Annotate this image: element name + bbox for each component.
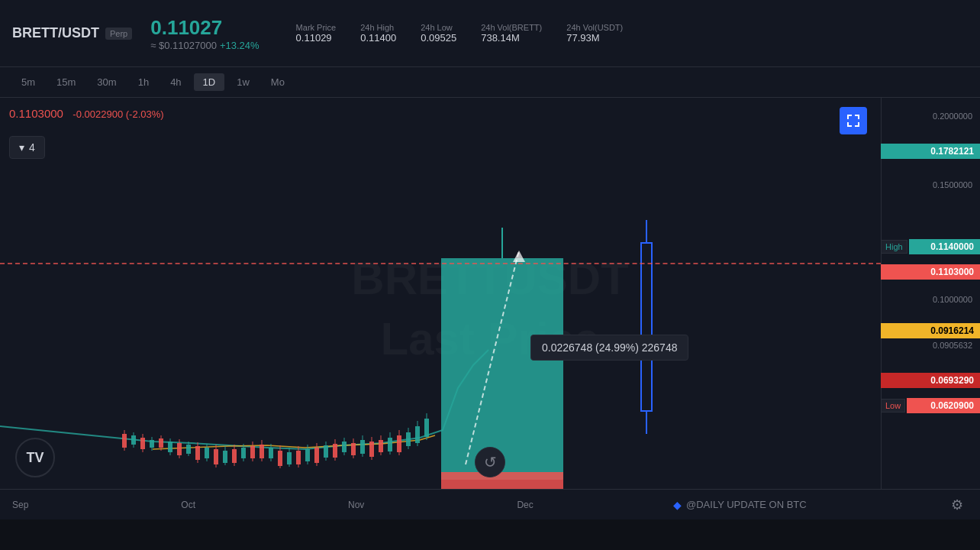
header: BRETT/USDT Perp 0.11027 ≈ $0.11027000 +1… (0, 0, 980, 67)
chart-price-display: 0.1103000 (9, 107, 63, 120)
chevron-down-icon: ▾ (19, 141, 24, 154)
price-badge-red: 0.1103000 (881, 264, 980, 280)
svg-marker-79 (513, 251, 525, 262)
low-tag: Low (881, 399, 905, 412)
svg-rect-3 (858, 115, 859, 119)
low-24h-label: 24h Low (421, 23, 456, 32)
high-24h-value: 0.11400 (360, 32, 396, 44)
price-badge-yellow: 0.0916214 (881, 323, 980, 338)
daily-update: ◆ @DAILY UPDATE ON BTC (673, 499, 807, 511)
perp-badge: Perp (105, 28, 132, 40)
svg-rect-76 (441, 258, 563, 480)
dropdown-button[interactable]: ▾ 4 (9, 136, 45, 159)
diamond-icon: ◆ (673, 499, 682, 511)
price-line-dashed (0, 263, 881, 264)
mark-price-label: Mark Price (296, 23, 337, 32)
high-24h-stat: 24h High 0.11400 (360, 23, 396, 44)
price-level-0.20: 0.2000000 (933, 112, 977, 121)
vol-usdt-stat: 24h Vol(USDT) 77.93M (566, 23, 623, 44)
tf-mo[interactable]: Mo (262, 73, 294, 91)
svg-rect-5 (847, 122, 849, 127)
time-oct: Oct (181, 500, 195, 510)
pair-name: BRETT/USDT (12, 25, 99, 41)
low-24h-value: 0.09525 (421, 32, 456, 44)
high-value: 0.1140000 (909, 239, 980, 254)
tv-icon: TV (26, 450, 44, 466)
time-labels: Sep Oct Nov Dec (12, 500, 534, 510)
trading-pair: BRETT/USDT Perp (12, 25, 132, 41)
timeframe-bar: 5m 15m 30m 1h 4h 1D 1w Mo (0, 67, 980, 98)
time-sep: Sep (12, 500, 28, 510)
vol-usdt-value: 77.93M (566, 32, 623, 44)
chart-tooltip: 0.0226748 (24.99%) 226748 (530, 335, 688, 361)
time-dec: Dec (517, 500, 533, 510)
vol-brett-label: 24h Vol(BRETT) (481, 23, 542, 32)
high-price-row: High 0.1140000 (881, 239, 980, 254)
reset-icon: ↺ (484, 453, 497, 471)
mark-price-value: 0.11029 (296, 32, 337, 44)
dropdown-value: 4 (29, 141, 35, 154)
expand-button[interactable] (840, 107, 867, 134)
tf-30m[interactable]: 30m (88, 73, 125, 91)
tf-1d[interactable]: 1D (194, 73, 225, 91)
bottom-bar: Sep Oct Nov Dec ◆ @DAILY UPDATE ON BTC ⚙ (0, 489, 980, 519)
high-24h-label: 24h High (360, 23, 396, 32)
tradingview-logo: TV (15, 438, 55, 477)
price-level-0.15: 0.1500000 (933, 180, 977, 189)
vol-brett-stat: 24h Vol(BRETT) 738.14M (481, 23, 542, 44)
price-axis: 0.2000000 0.1782121 0.1500000 High 0.114… (881, 98, 980, 519)
svg-rect-82 (641, 243, 652, 411)
low-value: 0.0620900 (907, 398, 980, 413)
settings-icon: ⚙ (951, 497, 963, 513)
tf-1h[interactable]: 1h (129, 73, 158, 91)
vol-usdt-label: 24h Vol(USDT) (566, 23, 623, 32)
svg-rect-7 (858, 122, 859, 127)
high-tag: High (881, 240, 907, 254)
low-price-row: Low 0.0620900 (881, 398, 980, 413)
stats-bar: Mark Price 0.11029 24h High 0.11400 24h … (296, 23, 624, 44)
price-section: 0.11027 ≈ $0.11027000 +13.24% (150, 16, 259, 51)
tf-1w[interactable]: 1w (227, 73, 259, 91)
tf-4h[interactable]: 4h (161, 73, 190, 91)
chart-price-change-display: -0.0022900 (-2.03%) (73, 108, 163, 120)
chart-price-info: 0.1103000 -0.0022900 (-2.03%) (9, 107, 164, 121)
price-change: +13.24% (220, 40, 260, 51)
current-price: 0.11027 (150, 16, 259, 40)
mark-price-stat: Mark Price 0.11029 (296, 23, 337, 44)
reset-button[interactable]: ↺ (475, 447, 505, 477)
expand-icon (846, 113, 861, 128)
price-usd: ≈ $0.11027000 (150, 40, 217, 51)
svg-rect-1 (847, 115, 849, 119)
tf-15m[interactable]: 15m (47, 73, 85, 91)
price-level-0.0905: 0.0905632 (933, 341, 977, 350)
settings-button[interactable]: ⚙ (946, 494, 968, 516)
tooltip-text: 0.0226748 (24.99%) 226748 (542, 341, 677, 354)
chart-svg (0, 98, 881, 519)
price-level-0.10: 0.1000000 (933, 295, 977, 304)
price-badge-teal: 0.1782121 (881, 144, 980, 159)
low-24h-stat: 24h Low 0.09525 (421, 23, 456, 44)
tf-5m[interactable]: 5m (12, 73, 44, 91)
time-nov: Nov (348, 500, 364, 510)
daily-update-text: @DAILY UPDATE ON BTC (686, 499, 807, 510)
price-badge-darkred: 0.0693290 (881, 373, 980, 388)
chart-container: BRETTUSDT Last Price 0.1103000 -0.002290… (0, 98, 980, 519)
vol-brett-value: 738.14M (481, 32, 542, 44)
